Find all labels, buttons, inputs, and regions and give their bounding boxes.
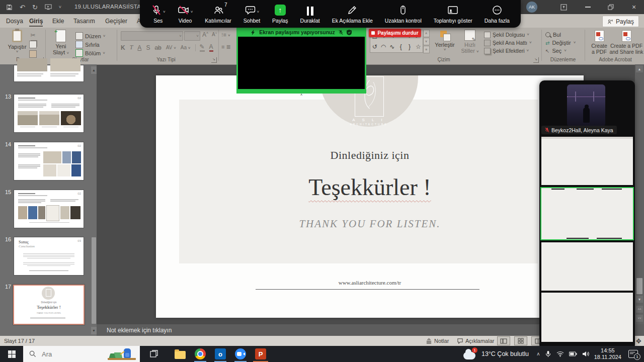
close-button[interactable]: × <box>624 0 644 14</box>
shape-icon[interactable]: } <box>406 43 413 51</box>
font-name-combobox[interactable]: ˅ <box>121 31 183 41</box>
thumbnail-slide-15[interactable]: 02 <box>14 190 84 228</box>
shape-icon[interactable]: ∿ <box>388 43 396 51</box>
arrange-button[interactable]: Yerleştir ˅ <box>433 30 457 52</box>
thumbnail-slide-12[interactable] <box>14 65 84 81</box>
shape-icon[interactable]: ↺ <box>371 43 378 51</box>
shared-screen-tile[interactable] <box>541 293 633 342</box>
weather-text[interactable]: 13°C Çok bulutlu <box>481 350 529 357</box>
new-slide-button[interactable]: + Yeni Slayt ˅ <box>49 30 72 55</box>
shape-fill-button[interactable]: Şekil Dolgusu˅ <box>484 31 532 39</box>
thumbnail-slide-14[interactable]: 02 <box>14 142 84 180</box>
shared-screen-tile[interactable] <box>541 242 633 291</box>
shapes-scroll-down[interactable]: ˅ <box>423 38 430 45</box>
zoom-video-button[interactable]: ˅ Video <box>175 0 196 28</box>
comments-toggle-button[interactable]: Açıklamalar <box>457 336 494 346</box>
restore-button[interactable] <box>601 0 621 14</box>
editor-scrollbar[interactable]: ▲ ▼ ˄˄ ˅˅ <box>635 64 644 336</box>
scroll-down-button[interactable]: ▼ <box>636 296 643 303</box>
task-view-button[interactable] <box>144 346 164 362</box>
tray-expand-chevron[interactable]: ˄ <box>537 351 540 357</box>
tab-gecisler[interactable]: Geçişler <box>103 14 129 28</box>
strikethrough-button[interactable]: ab <box>154 44 161 51</box>
slideshow-icon[interactable] <box>45 4 52 10</box>
thumbnail-scroll-up[interactable]: ▲ <box>91 66 97 74</box>
shrink-font-button[interactable]: A˅ <box>212 32 217 37</box>
character-spacing-button[interactable]: AV ˅ <box>166 45 176 50</box>
thumbnail-slide-17-selected[interactable]: Dinlediğiniz için Teşekkürler ! THANK YO… <box>13 285 85 325</box>
zoom-remote-control-button[interactable]: Uzaktan kontrol <box>382 0 425 28</box>
next-slide-button[interactable]: ˅˅ <box>636 315 643 322</box>
share-banner[interactable]: Ekran paylaşımı yapıyorsunuz <box>236 28 366 37</box>
create-pdf-share-button[interactable]: Create a PDF and Share link <box>611 30 642 55</box>
text-shadow-button[interactable]: S <box>146 44 150 51</box>
qat-customize-icon[interactable]: ˅ <box>59 5 61 10</box>
save-icon[interactable] <box>6 4 13 11</box>
file-explorer-button[interactable] <box>170 346 190 362</box>
zoom-app-button[interactable] <box>230 346 251 362</box>
zoom-annotate-button[interactable]: Ek Açıklama Ekle <box>329 0 376 28</box>
find-button[interactable]: Bul <box>545 31 576 39</box>
normal-view-button[interactable] <box>497 336 510 346</box>
tab-giris[interactable]: Giriş <box>27 14 45 28</box>
underline-button[interactable]: A <box>137 44 141 51</box>
scroll-thumb[interactable] <box>636 278 642 294</box>
tray-mic-icon[interactable] <box>545 350 551 357</box>
font-color-button[interactable]: A <box>209 43 213 52</box>
cut-button[interactable]: ✂ <box>30 32 35 39</box>
zoom-more-button[interactable]: Daha fazla <box>481 0 513 28</box>
cizim-dialog-launcher[interactable]: ↘ <box>533 57 539 63</box>
slide-sorter-view-button[interactable] <box>514 336 527 346</box>
copy-button[interactable] <box>29 41 37 48</box>
tray-battery-icon[interactable] <box>569 351 577 356</box>
powerpoint-button[interactable]: P <box>251 346 271 362</box>
shape-outline-button[interactable]: Şekil Ana Hattı˅ <box>484 39 532 47</box>
search-input[interactable] <box>41 350 103 358</box>
participant-video-tile[interactable]: Beykoz2Hall, Aleyna Kaya <box>539 80 635 136</box>
share-document-button[interactable]: Paylaş <box>602 16 639 27</box>
layout-button[interactable]: Düzen˅ <box>75 32 105 40</box>
stop-share-button[interactable]: Paylaşımı durdur <box>369 29 421 37</box>
thumbnail-slide-13[interactable]: 02 <box>14 95 84 132</box>
outlook-button[interactable]: o <box>210 346 230 362</box>
notes-toggle-button[interactable]: Notlar <box>426 336 449 346</box>
reset-button[interactable]: Sıfırla <box>75 40 105 49</box>
tab-ekle[interactable]: Ekle <box>50 14 66 28</box>
chrome-button[interactable] <box>190 346 210 362</box>
shared-screen-tile[interactable] <box>541 137 633 185</box>
shape-effects-button[interactable]: Şekil Efektleri˅ <box>484 47 532 55</box>
zoom-audio-button[interactable]: ˅ Ses <box>148 0 169 28</box>
tray-volume-icon[interactable] <box>582 351 589 357</box>
thumbnail-scroll-thumb[interactable] <box>92 237 96 324</box>
font-size-combobox[interactable]: ˅ <box>184 31 200 41</box>
chevron-down-icon[interactable]: ˅ <box>163 10 166 14</box>
paste-button[interactable]: Yapıştır ˅ <box>6 30 28 54</box>
shape-icon[interactable]: ☆ <box>415 43 422 51</box>
ribbon-display-options-button[interactable] <box>553 0 574 14</box>
highlight-color-button[interactable]: ✎ <box>200 43 205 52</box>
select-button[interactable]: ↖Seç˅ <box>545 47 576 55</box>
thumbnail-scrollbar[interactable]: ▲ ▼ <box>91 66 97 334</box>
zoom-show-meeting-button[interactable]: Toplantıyı göster <box>431 0 475 28</box>
italic-button[interactable]: T <box>130 44 133 51</box>
change-case-button[interactable]: Aa ˅ <box>181 45 191 50</box>
account-avatar[interactable]: AK <box>526 2 537 13</box>
taskbar-clock[interactable]: 14:55 18.11.2024 <box>594 347 621 360</box>
replace-button[interactable]: ⇄Değiştir˅ <box>545 39 576 47</box>
section-button[interactable]: Bölüm˅ <box>75 49 105 57</box>
yazi-tipi-dialog-launcher[interactable]: ↘ <box>211 57 217 63</box>
shapes-more-button[interactable]: ≡ <box>423 46 430 53</box>
shape-icon[interactable]: { <box>397 43 405 51</box>
taskbar-search[interactable] <box>23 346 140 362</box>
tab-tasarim[interactable]: Tasarım <box>71 14 97 28</box>
shape-icon[interactable]: ◠ <box>379 43 387 51</box>
action-center-button[interactable]: 1 <box>628 350 638 358</box>
start-button[interactable] <box>0 346 23 362</box>
redo-icon[interactable]: ↻ <box>32 4 38 11</box>
chevron-down-icon[interactable]: ˅ <box>257 10 260 14</box>
notes-placeholder[interactable]: Not eklemek için tıklayın <box>107 327 172 334</box>
zoom-participants-button[interactable]: 7 Katılımcılar <box>202 0 234 28</box>
scroll-up-button[interactable]: ▲ <box>636 65 643 72</box>
quick-styles-button[interactable]: ✎ Hızlı Stiller ˅ <box>459 30 481 54</box>
shapes-scroll-up[interactable]: ˄ <box>423 30 430 37</box>
